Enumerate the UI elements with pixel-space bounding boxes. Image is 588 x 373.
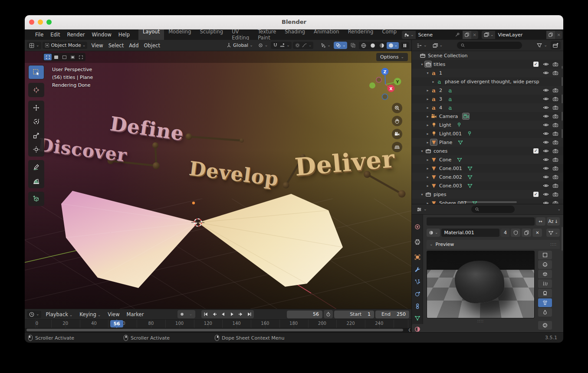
- 3d-viewport[interactable]: DiscoverDefineDevelopDeliver Options⌄ Us…: [25, 51, 411, 309]
- hide-in-viewport-toggle[interactable]: [542, 121, 549, 128]
- chevron-down-icon[interactable]: ▾: [420, 149, 424, 153]
- outliner-row-cone-003[interactable]: ▸▼Cone.003: [412, 181, 563, 190]
- hide-in-viewport-toggle[interactable]: [542, 139, 549, 146]
- outliner-row-scene-collection[interactable]: Scene Collection: [412, 51, 563, 60]
- camera-view-button[interactable]: [392, 129, 402, 139]
- preview-resize-grip[interactable]: ::::: [427, 319, 535, 323]
- show-gizmo-toggle[interactable]: ⌄: [319, 42, 332, 49]
- outliner-row-cone[interactable]: ▸▼Cone: [412, 155, 563, 164]
- properties-tab-data[interactable]: [412, 313, 423, 323]
- disable-in-renders-toggle[interactable]: [552, 130, 559, 137]
- chevron-down-icon[interactable]: ▾: [420, 62, 424, 66]
- orientation-selector[interactable]: Global⌄: [224, 42, 255, 49]
- tool-add-cube[interactable]: [29, 192, 44, 206]
- disable-in-renders-toggle[interactable]: [552, 87, 559, 94]
- frame-start-field[interactable]: Start1: [334, 311, 374, 318]
- outliner-row-cone-002[interactable]: ▸▼Cone.002: [412, 173, 563, 181]
- chevron-right-icon[interactable]: ▸: [425, 184, 430, 188]
- outliner-row-pipes[interactable]: ▾pipes✓: [412, 190, 563, 199]
- properties-tab-constraints[interactable]: [412, 301, 423, 311]
- new-material-button[interactable]: [522, 229, 531, 237]
- render-pause-button[interactable]: [401, 42, 409, 49]
- chevron-down-icon[interactable]: ▾: [420, 193, 424, 196]
- assign-material-button[interactable]: ↔: [536, 217, 545, 226]
- preview-cube-button[interactable]: [538, 270, 552, 278]
- frame-end-field[interactable]: End250: [375, 311, 409, 318]
- properties-tab-object[interactable]: [412, 252, 423, 262]
- zoom-window-button[interactable]: [46, 20, 52, 25]
- keying-set-dropdown[interactable]: ⌄: [187, 311, 195, 318]
- properties-tab-physics[interactable]: [412, 289, 423, 299]
- disable-in-renders-toggle[interactable]: [552, 156, 559, 163]
- shading-rendered-button[interactable]: ⌄: [387, 42, 399, 49]
- menu-edit[interactable]: Edit: [47, 29, 63, 40]
- browse-material-button[interactable]: ⌄: [427, 229, 440, 237]
- disable-in-renders-toggle[interactable]: [552, 147, 559, 154]
- preview-hair-button[interactable]: [538, 279, 552, 288]
- disable-in-renders-toggle[interactable]: [552, 104, 559, 111]
- outliner-row-sphere-007[interactable]: ▸▼Sphere.007: [412, 199, 563, 204]
- preview-world-button[interactable]: [538, 321, 552, 330]
- outliner-filter-button[interactable]: ⌄: [535, 42, 549, 49]
- properties-tab-particles[interactable]: [412, 277, 423, 287]
- material-name-field[interactable]: Material.001: [441, 229, 500, 237]
- preview-sphere-button[interactable]: [538, 260, 552, 269]
- collapse-arrow-icon[interactable]: ❮: [408, 328, 411, 332]
- tool-move[interactable]: [29, 101, 44, 115]
- scene-name-field[interactable]: Scene: [416, 31, 463, 39]
- chevron-down-icon[interactable]: ▾: [425, 71, 430, 75]
- material-specials-button[interactable]: ⌄: [546, 229, 560, 237]
- chevron-right-icon[interactable]: ▸: [425, 175, 430, 179]
- viewport-menu-add[interactable]: Add: [126, 40, 141, 51]
- xray-toggle[interactable]: [348, 42, 358, 49]
- collection-checkbox[interactable]: ✓: [532, 147, 539, 154]
- hide-in-viewport-toggle[interactable]: [542, 95, 549, 102]
- viewlayer-browse-button[interactable]: ⌄: [482, 31, 496, 39]
- outliner-row-titles[interactable]: ▾titles✓: [412, 60, 563, 69]
- hide-in-viewport-toggle[interactable]: [542, 69, 549, 76]
- hide-in-viewport-toggle[interactable]: [542, 104, 549, 111]
- select-mode-subtract[interactable]: [69, 54, 76, 60]
- mode-selector[interactable]: Object Mode⌄: [43, 42, 88, 49]
- shading-material-button[interactable]: [378, 42, 386, 49]
- viewlayer-delete-button[interactable]: ✕: [555, 31, 562, 39]
- tool-rotate[interactable]: [29, 115, 44, 128]
- hide-in-viewport-toggle[interactable]: [542, 113, 549, 120]
- chevron-right-icon[interactable]: ▸: [425, 132, 430, 136]
- collection-checkbox[interactable]: ✓: [532, 191, 539, 198]
- pivot-point-selector[interactable]: ⌄: [256, 42, 270, 49]
- outliner-search-input[interactable]: [457, 42, 522, 49]
- hide-in-viewport-toggle[interactable]: [542, 147, 549, 154]
- menu-render[interactable]: Render: [64, 29, 89, 40]
- outliner-row-light-001[interactable]: ▸Light.001: [412, 129, 563, 138]
- chevron-right-icon[interactable]: ▸: [425, 123, 430, 127]
- chevron-right-icon[interactable]: ▸: [425, 158, 430, 162]
- disable-in-renders-toggle[interactable]: [552, 69, 559, 76]
- properties-scrollbar[interactable]: [562, 227, 563, 251]
- tool-annotate[interactable]: [29, 160, 44, 174]
- viewport-menu-select[interactable]: Select: [106, 40, 126, 51]
- chevron-right-icon[interactable]: ▸: [425, 201, 430, 204]
- editor-type-button[interactable]: ⌄: [27, 42, 41, 49]
- unlink-material-button[interactable]: ✕: [532, 229, 542, 237]
- select-mode-new[interactable]: [52, 54, 60, 60]
- timeline-scrollbar[interactable]: ❮: [25, 328, 411, 332]
- chevron-right-icon[interactable]: ▸: [425, 106, 430, 110]
- disable-in-renders-toggle[interactable]: [552, 95, 559, 102]
- collection-checkbox[interactable]: ✓: [532, 61, 539, 68]
- hide-in-viewport-toggle[interactable]: [542, 182, 549, 189]
- chevron-right-icon[interactable]: ▸: [425, 97, 430, 101]
- snap-target-icon[interactable]: [279, 43, 285, 48]
- properties-tab-render[interactable]: [412, 222, 423, 232]
- close-window-button[interactable]: [29, 20, 34, 25]
- viewlayer-new-button[interactable]: [546, 31, 555, 39]
- next-keyframe-button[interactable]: [237, 311, 245, 318]
- timeline-menu-playback[interactable]: Playback ⌄: [43, 309, 76, 320]
- current-frame-chip[interactable]: 56: [110, 320, 123, 327]
- disable-in-renders-toggle[interactable]: [552, 191, 559, 198]
- snap-magnet-icon[interactable]: [273, 43, 278, 48]
- hide-in-viewport-toggle[interactable]: [542, 61, 549, 68]
- current-frame-field[interactable]: 56: [287, 311, 322, 318]
- falloff-curve-icon[interactable]: [302, 43, 307, 48]
- preview-shaderball-button[interactable]: [538, 289, 552, 298]
